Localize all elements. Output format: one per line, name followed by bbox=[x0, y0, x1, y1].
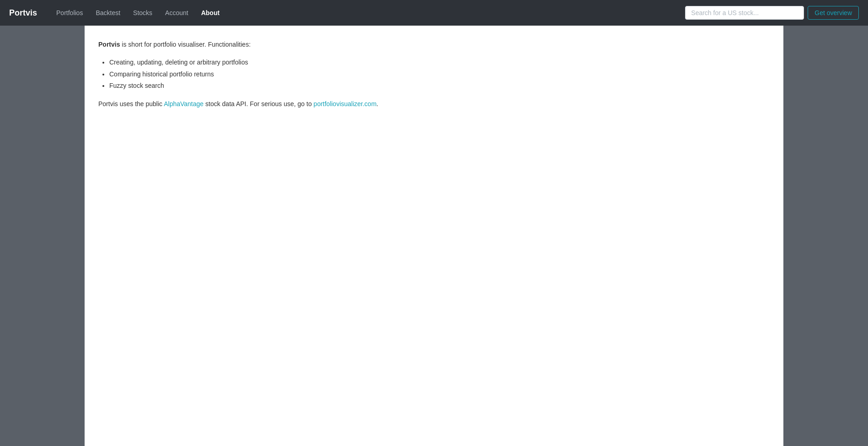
feature-item-3: Fuzzy stock search bbox=[109, 80, 770, 91]
about-intro-bold: Portvis bbox=[98, 41, 120, 48]
nav-links: Portfolios Backtest Stocks Account About bbox=[51, 6, 685, 19]
main-content: Portvis is short for portfolio visualise… bbox=[85, 26, 783, 446]
nav-item-account[interactable]: Account bbox=[160, 6, 194, 19]
page-body: Portvis is short for portfolio visualise… bbox=[0, 26, 868, 446]
nav-item-stocks[interactable]: Stocks bbox=[128, 6, 158, 19]
footer-middle: stock data API. For serious use, go to bbox=[204, 100, 313, 107]
nav-item-backtest[interactable]: Backtest bbox=[90, 6, 126, 19]
about-footer: Portvis uses the public AlphaVantage sto… bbox=[98, 99, 770, 109]
portfoliovisualizer-link[interactable]: portfoliovisualizer.com bbox=[314, 100, 377, 107]
sidebar-right bbox=[783, 26, 868, 446]
feature-list: Creating, updating, deleting or arbitrar… bbox=[98, 57, 770, 91]
feature-item-2: Comparing historical portfolio returns bbox=[109, 69, 770, 80]
get-overview-button[interactable]: Get overview bbox=[808, 6, 859, 20]
footer-end: . bbox=[376, 100, 378, 107]
navbar: Portvis Portfolios Backtest Stocks Accou… bbox=[0, 0, 868, 26]
alphavantage-link[interactable]: AlphaVantage bbox=[164, 100, 204, 107]
nav-item-portfolios[interactable]: Portfolios bbox=[51, 6, 88, 19]
about-intro-rest: is short for portfolio visualiser. Funct… bbox=[120, 41, 251, 48]
about-intro: Portvis is short for portfolio visualise… bbox=[98, 39, 770, 49]
sidebar-left bbox=[0, 26, 85, 446]
navbar-right: Get overview bbox=[685, 6, 859, 20]
nav-item-about[interactable]: About bbox=[196, 6, 225, 19]
brand-logo[interactable]: Portvis bbox=[9, 8, 37, 18]
feature-item-1: Creating, updating, deleting or arbitrar… bbox=[109, 57, 770, 68]
search-input[interactable] bbox=[685, 6, 804, 20]
footer-before-link1: Portvis uses the public bbox=[98, 100, 164, 107]
